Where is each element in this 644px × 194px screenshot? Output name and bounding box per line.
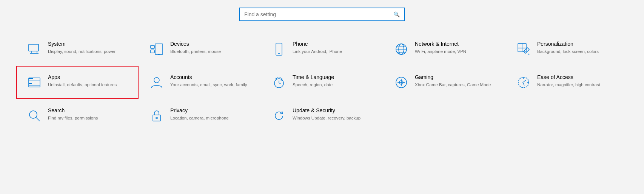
network-description: Wi-Fi, airplane mode, VPN xyxy=(415,48,466,54)
gaming-text: Gaming Xbox Game Bar, captures, Game Mod… xyxy=(415,74,491,88)
gaming-label: Gaming xyxy=(415,74,491,80)
accounts-description: Your accounts, email, sync, work, family xyxy=(170,82,247,88)
svg-rect-5 xyxy=(151,50,154,53)
time-text: Time & Language Speech, region, date xyxy=(293,74,334,88)
svg-point-36 xyxy=(518,77,529,88)
svg-rect-4 xyxy=(151,45,154,48)
privacy-icon xyxy=(148,107,165,124)
accounts-label: Accounts xyxy=(170,74,247,80)
personalization-label: Personalization xyxy=(537,41,599,47)
settings-grid: System Display, sound, notifications, po… xyxy=(16,33,628,132)
personalization-icon xyxy=(515,41,532,57)
setting-item-search[interactable]: Search Find my files, permissions xyxy=(16,99,139,132)
setting-item-privacy[interactable]: Privacy Location, camera, microphone xyxy=(139,99,261,132)
setting-item-system[interactable]: System Display, sound, notifications, po… xyxy=(16,33,139,66)
svg-point-26 xyxy=(154,78,159,83)
ease-text: Ease of Access Narrator, magnifier, high… xyxy=(537,74,600,88)
apps-text: Apps Uninstall, defaults, optional featu… xyxy=(48,74,117,88)
apps-label: Apps xyxy=(48,74,117,80)
ease-icon xyxy=(515,74,532,91)
svg-point-9 xyxy=(159,54,159,55)
setting-item-phone[interactable]: Phone Link your Android, iPhone xyxy=(261,33,383,66)
svg-text:A: A xyxy=(275,77,277,80)
search-bar: 🔍 xyxy=(239,8,405,21)
privacy-text: Privacy Location, camera, microphone xyxy=(170,107,229,121)
phone-text: Phone Link your Android, iPhone xyxy=(293,41,342,54)
phone-label: Phone xyxy=(293,41,342,47)
time-label: Time & Language xyxy=(293,74,334,80)
system-description: Display, sound, notifications, power xyxy=(48,48,116,54)
setting-item-devices[interactable]: Devices Bluetooth, printers, mouse xyxy=(139,33,261,66)
accounts-text: Accounts Your accounts, email, sync, wor… xyxy=(170,74,247,88)
personalization-text: Personalization Background, lock screen,… xyxy=(537,41,599,54)
setting-item-update[interactable]: Update & Security Windows Update, recove… xyxy=(261,99,383,132)
search-container: 🔍 xyxy=(239,8,405,21)
ease-description: Narrator, magnifier, high contrast xyxy=(537,82,600,88)
devices-label: Devices xyxy=(170,41,221,47)
devices-icon xyxy=(148,41,165,57)
svg-rect-0 xyxy=(29,44,39,51)
setting-item-network[interactable]: Network & Internet Wi-Fi, airplane mode,… xyxy=(383,33,505,66)
search-input[interactable] xyxy=(244,11,393,17)
update-label: Update & Security xyxy=(293,107,361,113)
svg-line-20 xyxy=(528,54,529,55)
svg-rect-6 xyxy=(155,44,163,54)
svg-text:文: 文 xyxy=(280,78,283,81)
svg-line-40 xyxy=(36,117,40,121)
setting-item-accounts[interactable]: Accounts Your accounts, email, sync, wor… xyxy=(139,66,261,99)
svg-rect-23 xyxy=(29,83,32,84)
gaming-description: Xbox Game Bar, captures, Game Mode xyxy=(415,82,491,88)
network-icon xyxy=(393,41,410,57)
setting-item-gaming[interactable]: Gaming Xbox Game Bar, captures, Game Mod… xyxy=(383,66,505,99)
apps-icon xyxy=(26,74,43,91)
ease-label: Ease of Access xyxy=(537,74,600,80)
gaming-icon xyxy=(393,74,410,91)
svg-point-42 xyxy=(156,117,157,119)
phone-description: Link your Android, iPhone xyxy=(293,48,342,54)
devices-description: Bluetooth, printers, mouse xyxy=(170,48,221,54)
time-icon: A 文 xyxy=(271,74,287,91)
phone-icon xyxy=(271,41,287,57)
system-text: System Display, sound, notifications, po… xyxy=(48,41,116,54)
time-description: Speech, region, date xyxy=(293,82,334,88)
accounts-icon xyxy=(148,74,165,91)
privacy-label: Privacy xyxy=(170,107,229,113)
search-icon: 🔍 xyxy=(393,11,400,17)
privacy-description: Location, camera, microphone xyxy=(170,115,229,121)
update-icon xyxy=(271,107,287,124)
system-icon xyxy=(26,41,43,57)
svg-rect-41 xyxy=(153,115,160,121)
personalization-description: Background, lock screen, colors xyxy=(537,48,599,54)
network-label: Network & Internet xyxy=(415,41,466,47)
update-description: Windows Update, recovery, backup xyxy=(293,115,361,121)
setting-item-time[interactable]: A 文 Time & Language Speech, region, date xyxy=(261,66,383,99)
setting-item-ease[interactable]: Ease of Access Narrator, magnifier, high… xyxy=(505,66,628,99)
search-description: Find my files, permissions xyxy=(48,115,98,121)
search-text: Search Find my files, permissions xyxy=(48,107,98,121)
setting-item-apps[interactable]: Apps Uninstall, defaults, optional featu… xyxy=(16,66,139,99)
search-setting-icon xyxy=(26,107,43,124)
devices-text: Devices Bluetooth, printers, mouse xyxy=(170,41,221,54)
update-text: Update & Security Windows Update, recove… xyxy=(293,107,361,121)
setting-item-personalization[interactable]: Personalization Background, lock screen,… xyxy=(505,33,628,66)
search-label: Search xyxy=(48,107,98,113)
apps-description: Uninstall, defaults, optional features xyxy=(48,82,117,88)
network-text: Network & Internet Wi-Fi, airplane mode,… xyxy=(415,41,466,54)
system-label: System xyxy=(48,41,116,47)
